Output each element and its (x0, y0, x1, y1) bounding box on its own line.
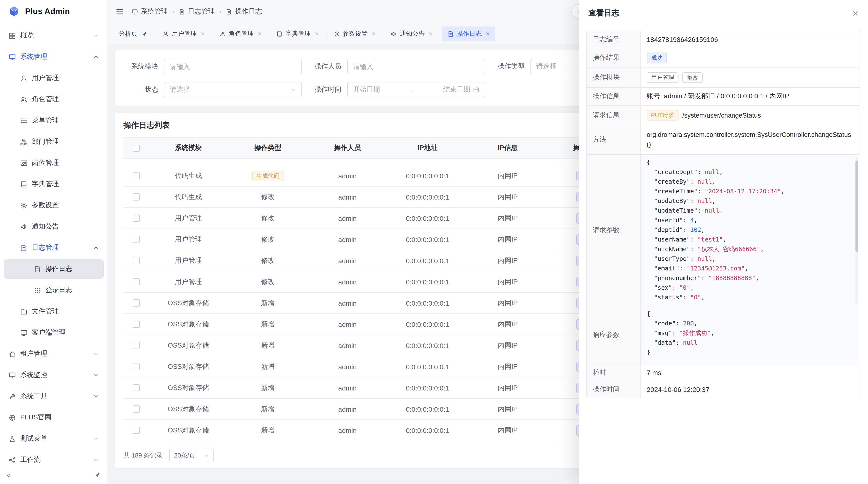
row-checkbox[interactable] (132, 278, 140, 285)
row-checkbox[interactable] (132, 236, 140, 243)
close-icon[interactable]: × (852, 8, 858, 18)
detail-label: 耗时 (587, 364, 641, 381)
tab-close-icon[interactable]: × (315, 30, 318, 37)
page-size-select[interactable]: 20条/页 (169, 449, 214, 462)
sidebar-item-label: 日志管理 (32, 244, 59, 252)
tab-close-icon[interactable]: × (486, 30, 490, 37)
tab-operation-log[interactable]: 操作日志× (442, 27, 495, 41)
row-checkbox[interactable] (132, 363, 140, 370)
sidebar-item-monitor[interactable]: 系统监控 (4, 365, 104, 385)
sidebar-item-label: 操作日志 (45, 265, 72, 273)
filter-input-module[interactable] (164, 59, 302, 74)
pin-tabs-icon[interactable] (94, 471, 101, 478)
sidebar-item-params[interactable]: 参数设置 (4, 196, 104, 215)
scrollbar-track[interactable] (856, 157, 858, 304)
select-placeholder: 请选择 (170, 85, 290, 94)
tab-close-icon[interactable]: × (200, 30, 205, 37)
tab-analysis[interactable]: 分析页 (113, 27, 153, 41)
breadcrumb: 系统管理›日志管理›操作日志 (132, 7, 262, 16)
user-icon (162, 31, 169, 37)
checkbox-cell (123, 363, 149, 370)
sidebar-item-system[interactable]: 系统管理 (4, 47, 104, 67)
tab-params[interactable]: 参数设置× (328, 27, 381, 41)
scrollbar-thumb[interactable] (856, 161, 858, 252)
tab-close-icon[interactable]: × (257, 30, 261, 37)
row-checkbox[interactable] (132, 427, 140, 434)
logo-text: Plus Admin (25, 7, 70, 17)
row-checkbox[interactable] (132, 193, 140, 200)
breadcrumb-item-system[interactable]: 系统管理 (132, 7, 168, 16)
row-checkbox[interactable] (132, 257, 140, 264)
collapse-sidebar-button[interactable]: « (7, 471, 11, 479)
doc-icon (20, 244, 28, 251)
tab-separator (383, 30, 383, 37)
sidebar-item-workflow[interactable]: 工作流 (4, 450, 104, 465)
tab-close-icon[interactable]: × (429, 30, 433, 37)
cell-ip-info: 内网IP (468, 426, 548, 434)
sidebar-item-roles[interactable]: 角色管理 (4, 90, 104, 109)
sidebar-item-label: 岗位管理 (32, 159, 59, 167)
sidebar-item-test-menu[interactable]: 测试菜单 (4, 429, 104, 448)
breadcrumb-item-operation-log[interactable]: 操作日志 (226, 7, 262, 16)
sidebar-item-files[interactable]: 文件管理 (4, 302, 104, 321)
sidebar-item-menus[interactable]: 菜单管理 (4, 111, 104, 130)
detail-label: 操作时间 (587, 381, 641, 398)
sidebar-item-login-log[interactable]: 登录日志 (4, 281, 104, 300)
request-path: /system/user/changeStatus (682, 111, 761, 119)
sidebar-item-operation-log[interactable]: 操作日志 (4, 259, 104, 279)
row-checkbox[interactable] (132, 406, 140, 413)
cell-module: 代码生成 (149, 171, 228, 180)
row-checkbox[interactable] (132, 172, 140, 179)
list-icon (20, 117, 28, 124)
row-checkbox[interactable] (132, 342, 140, 349)
detail-row-response-params: 响应参数{ "code": 200, "msg": "操作成功", "data"… (587, 306, 860, 364)
breadcrumb-item-log-management[interactable]: 日志管理 (179, 7, 215, 16)
sidebar-item-depts[interactable]: 部门管理 (4, 132, 104, 151)
screen-icon (9, 372, 16, 379)
sidebar-item-label: 系统工具 (20, 392, 47, 400)
row-checkbox[interactable] (132, 299, 140, 306)
detail-row-method: 方法org.dromara.system.controller.system.S… (587, 125, 860, 155)
hamburger-menu-icon[interactable] (116, 7, 124, 16)
detail-value-module: 用户管理修改 (641, 68, 860, 87)
cell-module: 用户管理 (149, 214, 228, 223)
sidebar-item-notices[interactable]: 通知公告 (4, 217, 104, 236)
tab-users[interactable]: 用户管理× (157, 27, 210, 41)
sidebar-item-log-management[interactable]: 日志管理 (4, 238, 104, 257)
tab-close-icon[interactable]: × (372, 30, 375, 37)
page-size-value: 20条/页 (174, 451, 195, 460)
row-checkbox[interactable] (132, 321, 140, 328)
select-all-checkbox[interactable] (132, 144, 140, 152)
checkbox-cell (123, 236, 149, 243)
tab-dicts[interactable]: 字典管理× (271, 27, 324, 41)
tab-separator (440, 30, 440, 37)
cell-ip-info: 内网IP (468, 341, 548, 350)
sidebar-item-website[interactable]: PLUS官网 (4, 408, 104, 427)
log-detail-table: 日志编号1842781986426159106操作结果成功操作模块用户管理修改操… (586, 31, 860, 398)
checkbox-cell (123, 427, 149, 434)
cell-module: 用户管理 (149, 256, 228, 265)
sidebar-item-clients[interactable]: 客户端管理 (4, 323, 104, 342)
sidebar-item-dicts[interactable]: 字典管理 (4, 174, 104, 194)
cell-ip: 0:0:0:0:0:0:0:1 (387, 193, 468, 201)
view-log-drawer: 查看日志 × 日志编号1842781986426159106操作结果成功操作模块… (579, 0, 868, 484)
tab-label: 角色管理 (228, 29, 254, 38)
sidebar-item-tenants[interactable]: 租户管理 (4, 344, 104, 363)
filter-select-status[interactable]: 请选择 (164, 82, 302, 97)
sidebar-item-users[interactable]: 用户管理 (4, 68, 104, 88)
detail-row-request-params: 请求参数{ "createDept": null, "createBy": nu… (587, 155, 860, 306)
drawer-title: 查看日志 (588, 8, 619, 18)
sidebar-item-posts[interactable]: 岗位管理 (4, 153, 104, 172)
filter-daterange-time[interactable]: 开始日期→结束日期 (347, 82, 485, 97)
cell-operator: admin (308, 172, 387, 180)
sidebar-menu: 概览系统管理用户管理角色管理菜单管理部门管理岗位管理字典管理参数设置通知公告日志… (0, 23, 107, 465)
row-checkbox[interactable] (132, 384, 140, 391)
filter-input-operator[interactable] (347, 59, 485, 74)
home-icon (9, 350, 16, 357)
row-checkbox[interactable] (132, 215, 140, 222)
json-code: { "code": 200, "msg": "操作成功", "data": nu… (647, 309, 854, 357)
sidebar-item-tools[interactable]: 系统工具 (4, 387, 104, 406)
sidebar-item-overview[interactable]: 概览 (4, 26, 104, 45)
tab-roles[interactable]: 角色管理× (214, 27, 267, 41)
tab-notices[interactable]: 通知公告× (385, 27, 438, 41)
